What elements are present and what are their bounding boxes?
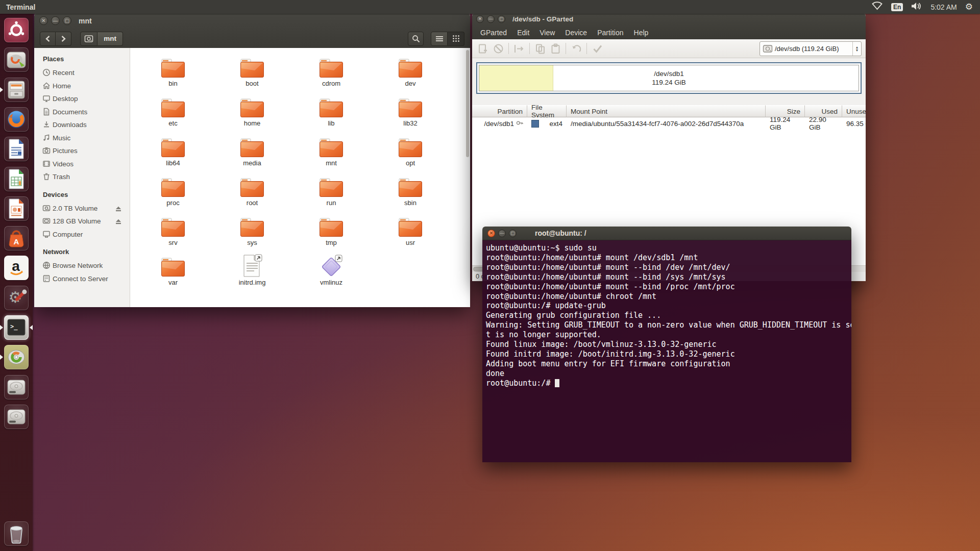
sidebar-item-downloads[interactable]: Downloads	[34, 118, 130, 132]
file-item-etc[interactable]: etc	[135, 93, 211, 127]
back-button[interactable]	[40, 32, 56, 46]
close-icon[interactable]: ✕	[476, 15, 484, 23]
file-item-media[interactable]: media	[214, 133, 290, 167]
delete-partition-icon[interactable]	[491, 42, 506, 55]
table-row[interactable]: /dev/sdb1ext4/media/ubuntu/55a31434-fcf7…	[472, 117, 866, 130]
maximize-icon[interactable]: ▢	[509, 230, 517, 237]
file-item-tmp[interactable]: tmp	[293, 212, 370, 246]
file-item-run[interactable]: run	[293, 172, 370, 207]
list-view-icon[interactable]	[431, 32, 448, 46]
file-item-boot[interactable]: boot	[214, 53, 290, 87]
sidebar-item-music[interactable]: Music	[34, 132, 130, 145]
file-item-mnt[interactable]: mnt	[293, 133, 370, 167]
breadcrumb-segment[interactable]: mnt	[97, 32, 123, 46]
resize-move-icon[interactable]	[511, 42, 527, 55]
clock[interactable]: 5:02 AM	[930, 3, 957, 11]
eject-icon[interactable]	[114, 217, 122, 226]
launcher-item-software-center[interactable]: A	[4, 226, 29, 251]
sidebar-item-browse-network[interactable]: Browse Network	[34, 259, 130, 272]
file-item-sbin[interactable]: sbin	[372, 172, 449, 207]
file-item-lib64[interactable]: lib64	[135, 133, 211, 167]
file-item-usr[interactable]: usr	[372, 212, 449, 246]
launcher-item-disk-volume-2[interactable]	[4, 405, 29, 429]
minimize-icon[interactable]: —	[487, 15, 495, 23]
launcher-item-firefox[interactable]	[4, 107, 29, 132]
sidebar-item-documents[interactable]: Documents	[34, 106, 130, 119]
network-icon[interactable]	[871, 2, 883, 12]
maximize-icon[interactable]: ▢	[63, 16, 71, 25]
eject-icon[interactable]	[114, 205, 122, 213]
launcher-item-installer[interactable]	[4, 47, 29, 72]
active-app-name[interactable]: Terminal	[6, 3, 35, 11]
launcher-item-dash[interactable]	[4, 18, 29, 42]
device-selector[interactable]: /dev/sdb (119.24 GiB) ▲▼	[760, 41, 862, 56]
launcher-item-amazon[interactable]: a	[4, 256, 29, 280]
new-partition-icon[interactable]	[475, 42, 491, 55]
launcher-item-settings[interactable]: ⚙	[4, 286, 29, 310]
column-header-unused[interactable]: Unused	[842, 105, 866, 117]
file-item-root[interactable]: root	[214, 172, 290, 207]
menu-edit[interactable]: Edit	[512, 28, 534, 38]
file-item-lib32[interactable]: lib32	[372, 93, 449, 127]
sidebar-item-pictures[interactable]: Pictures	[34, 144, 130, 158]
launcher-item-impress[interactable]	[4, 196, 29, 221]
sidebar-item-home[interactable]: Home	[34, 80, 130, 93]
sidebar-item-trash[interactable]: Trash	[34, 170, 130, 184]
menu-partition[interactable]: Partition	[592, 28, 628, 38]
sidebar-item-label: Pictures	[53, 147, 78, 155]
maximize-icon[interactable]: ▢	[498, 15, 505, 23]
apply-icon[interactable]	[590, 42, 605, 55]
search-button[interactable]	[408, 32, 424, 46]
file-item-var[interactable]: var	[135, 252, 211, 286]
sidebar-item-connect-to-server[interactable]: Connect to Server	[34, 272, 130, 286]
file-item-proc[interactable]: proc	[135, 172, 211, 207]
file-item-srv[interactable]: srv	[135, 212, 211, 246]
launcher-item-calc[interactable]	[4, 167, 29, 191]
launcher-item-trash[interactable]	[4, 521, 29, 546]
sidebar-item-videos[interactable]: Videos	[34, 158, 130, 171]
sidebar-item-desktop[interactable]: Desktop	[34, 92, 130, 106]
spinner-arrows-icon[interactable]: ▲▼	[852, 42, 861, 56]
column-header-partition[interactable]: Partition	[472, 105, 527, 117]
file-item-cdrom[interactable]: cdrom	[293, 53, 370, 87]
scrollbar[interactable]	[466, 50, 469, 157]
launcher-item-disk-volume-1[interactable]	[4, 375, 29, 399]
sidebar-item-128-gb-volume[interactable]: 128 GB Volume	[34, 215, 130, 228]
menu-device[interactable]: Device	[560, 28, 592, 38]
keyboard-indicator[interactable]: En	[891, 3, 903, 11]
column-header-mount-point[interactable]: Mount Point	[567, 105, 766, 117]
launcher-item-terminal[interactable]: >_	[4, 315, 29, 340]
menu-gparted[interactable]: GParted	[475, 28, 512, 38]
minimize-icon[interactable]: —	[51, 16, 60, 25]
terminal-output[interactable]: ubuntu@ubuntu:~$ sudo suroot@ubuntu:/hom…	[482, 240, 851, 462]
file-item-opt[interactable]: opt	[372, 133, 449, 167]
launcher-item-writer[interactable]	[4, 137, 29, 161]
sidebar-item-2-0-tb-volume[interactable]: 2.0 TB Volume	[34, 202, 130, 215]
column-header-file-system[interactable]: File System	[527, 105, 567, 117]
partition-visual[interactable]: /dev/sdb1 119.24 GiB	[476, 62, 862, 94]
file-item-bin[interactable]: bin	[135, 53, 211, 87]
close-icon[interactable]: ✕	[39, 16, 48, 25]
file-item-sys[interactable]: sys	[214, 212, 290, 246]
menu-view[interactable]: View	[534, 28, 560, 38]
grid-view-icon[interactable]	[448, 32, 464, 46]
sidebar-item-computer[interactable]: Computer	[34, 228, 130, 241]
menu-help[interactable]: Help	[629, 28, 654, 38]
launcher-item-gparted[interactable]	[4, 345, 29, 369]
copy-icon[interactable]	[532, 42, 548, 55]
launcher-item-files[interactable]	[4, 78, 29, 102]
session-gear-icon[interactable]: ⚙	[965, 2, 973, 12]
minimize-icon[interactable]: —	[498, 230, 506, 237]
file-item-home[interactable]: home	[214, 93, 290, 127]
undo-icon[interactable]	[569, 42, 584, 55]
file-item-initrd-img[interactable]: initrd.img	[214, 252, 290, 286]
file-item-vmlinuz[interactable]: vmlinuz	[293, 252, 370, 286]
close-icon[interactable]: ✕	[487, 230, 495, 237]
file-item-dev[interactable]: dev	[372, 53, 449, 87]
drive-icon[interactable]	[80, 32, 97, 46]
sidebar-item-recent[interactable]: Recent	[34, 66, 130, 80]
file-item-lib[interactable]: lib	[293, 93, 370, 127]
paste-icon[interactable]	[548, 42, 563, 55]
volume-icon[interactable]	[911, 2, 922, 12]
forward-button[interactable]	[56, 32, 71, 46]
